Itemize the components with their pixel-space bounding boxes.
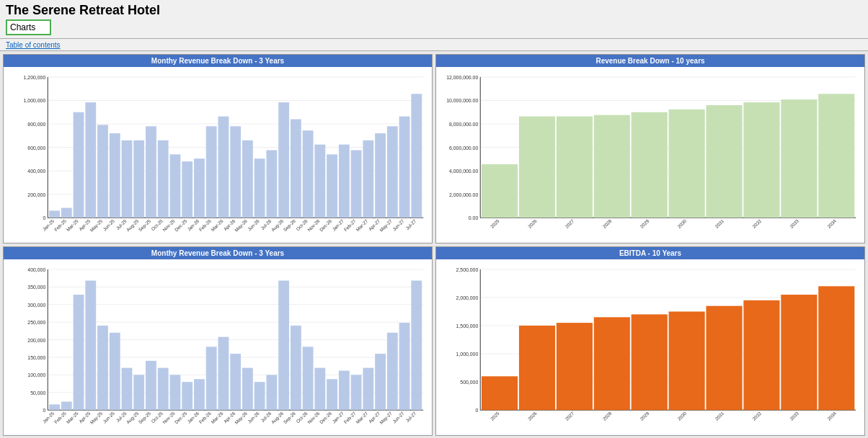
svg-rect-210 (482, 376, 518, 410)
svg-rect-143 (158, 368, 169, 411)
svg-rect-95 (519, 117, 555, 218)
svg-text:2029: 2029 (639, 218, 650, 229)
svg-rect-98 (632, 112, 668, 218)
svg-text:250,000: 250,000 (27, 320, 45, 325)
svg-text:Feb-25: Feb-25 (53, 218, 68, 233)
svg-text:2034: 2034 (826, 218, 837, 229)
svg-text:Mar-25: Mar-25 (65, 411, 79, 425)
svg-text:Nov-25: Nov-25 (161, 218, 176, 233)
svg-text:500,000: 500,000 (460, 380, 478, 385)
svg-rect-101 (743, 102, 779, 218)
svg-rect-136 (74, 295, 84, 410)
svg-text:0: 0 (475, 408, 478, 413)
svg-text:1,200,000: 1,200,000 (24, 75, 46, 80)
svg-rect-159 (351, 375, 362, 410)
svg-text:0.00: 0.00 (469, 215, 479, 220)
svg-text:Feb-27: Feb-27 (342, 218, 357, 233)
chart-bottom-left-title: Monthy Revenue Break Down - 3 Years (4, 247, 432, 259)
svg-text:Mar-27: Mar-27 (355, 218, 369, 233)
svg-rect-141 (133, 375, 144, 410)
svg-text:Aug-25: Aug-25 (125, 411, 141, 426)
svg-text:Nov-25: Nov-25 (161, 411, 176, 425)
svg-text:May-25: May-25 (89, 218, 104, 233)
svg-text:Jul-27: Jul-27 (404, 411, 417, 424)
svg-text:400,000: 400,000 (27, 267, 45, 272)
svg-rect-219 (818, 286, 854, 410)
svg-rect-29 (206, 126, 217, 218)
svg-text:200,000: 200,000 (27, 338, 45, 343)
svg-text:200,000: 200,000 (27, 192, 45, 197)
svg-text:Feb-25: Feb-25 (53, 411, 68, 425)
svg-text:0: 0 (43, 408, 45, 413)
svg-rect-214 (632, 314, 668, 410)
svg-text:Jun-25: Jun-25 (102, 411, 115, 424)
chart-bottom-right: EBITDA - 10 Years 2,500,0002,000,0001,50… (435, 246, 865, 436)
svg-text:2030: 2030 (676, 218, 687, 229)
svg-rect-18 (74, 112, 84, 218)
svg-text:May-25: May-25 (89, 411, 104, 426)
toc-link[interactable]: Table of contents (6, 41, 61, 49)
svg-rect-33 (254, 158, 265, 218)
svg-text:Jan-27: Jan-27 (331, 411, 345, 424)
svg-text:Nov-26: Nov-26 (306, 218, 321, 233)
svg-rect-148 (218, 337, 229, 411)
svg-rect-103 (818, 94, 854, 218)
svg-text:4,000,000.00: 4,000,000.00 (449, 169, 478, 174)
svg-rect-135 (61, 401, 72, 410)
svg-rect-26 (170, 154, 181, 218)
svg-text:Mar-26: Mar-26 (210, 411, 224, 425)
svg-rect-134 (49, 404, 60, 410)
svg-text:Aug-26: Aug-26 (270, 218, 285, 233)
svg-rect-137 (85, 281, 96, 411)
svg-text:Sep-26: Sep-26 (283, 218, 298, 233)
svg-rect-94 (482, 164, 518, 218)
svg-text:8,000,000.00: 8,000,000.00 (449, 122, 478, 127)
svg-text:Dec-25: Dec-25 (174, 411, 188, 425)
svg-text:2026: 2026 (527, 411, 538, 421)
svg-text:350,000: 350,000 (27, 285, 45, 290)
svg-text:Aug-25: Aug-25 (125, 218, 141, 233)
svg-rect-142 (146, 361, 156, 410)
svg-text:Feb-27: Feb-27 (342, 411, 357, 425)
svg-text:1,000,000: 1,000,000 (24, 98, 46, 103)
chart-bottom-left-svg: 400,000350,000300,000250,000200,000150,0… (6, 264, 429, 436)
svg-rect-28 (194, 158, 205, 218)
svg-rect-19 (85, 102, 96, 218)
svg-text:Jan-27: Jan-27 (331, 218, 345, 232)
svg-text:1,000,000: 1,000,000 (456, 352, 479, 357)
sheet-tab[interactable]: Charts (6, 19, 51, 35)
svg-rect-138 (97, 326, 108, 410)
svg-text:Dec-26: Dec-26 (319, 411, 333, 425)
svg-rect-215 (669, 311, 705, 410)
svg-text:Aug-26: Aug-26 (270, 411, 285, 426)
svg-text:Jul-27: Jul-27 (404, 218, 417, 231)
svg-rect-139 (110, 333, 120, 410)
svg-rect-38 (314, 145, 325, 218)
svg-rect-43 (375, 133, 386, 218)
svg-text:2029: 2029 (639, 411, 650, 421)
svg-rect-149 (230, 354, 241, 410)
svg-text:2025: 2025 (490, 218, 500, 229)
svg-rect-147 (206, 347, 217, 410)
svg-text:300,000: 300,000 (27, 303, 45, 308)
svg-text:Mar-26: Mar-26 (210, 218, 224, 233)
svg-text:150,000: 150,000 (27, 355, 45, 360)
header: The Serene Retreat Hotel Charts Table of… (0, 0, 868, 51)
svg-rect-21 (110, 133, 120, 218)
svg-text:Mar-27: Mar-27 (355, 411, 369, 425)
svg-rect-44 (387, 126, 398, 218)
svg-text:2033: 2033 (789, 411, 800, 421)
svg-text:Jun-25: Jun-25 (102, 218, 115, 232)
svg-text:2032: 2032 (751, 411, 762, 421)
svg-rect-46 (411, 94, 422, 218)
chart-top-left: Monthy Revenue Break Down - 3 Years 1,20… (3, 54, 433, 243)
hotel-title: The Serene Retreat Hotel (6, 3, 862, 18)
svg-text:6,000,000.00: 6,000,000.00 (449, 146, 478, 151)
svg-text:2032: 2032 (751, 218, 762, 229)
svg-text:Sep-26: Sep-26 (283, 411, 298, 426)
svg-rect-145 (182, 382, 192, 410)
svg-text:2031: 2031 (714, 218, 725, 229)
svg-text:2031: 2031 (714, 411, 725, 421)
svg-text:Jun-27: Jun-27 (391, 411, 405, 424)
svg-rect-27 (182, 161, 192, 218)
